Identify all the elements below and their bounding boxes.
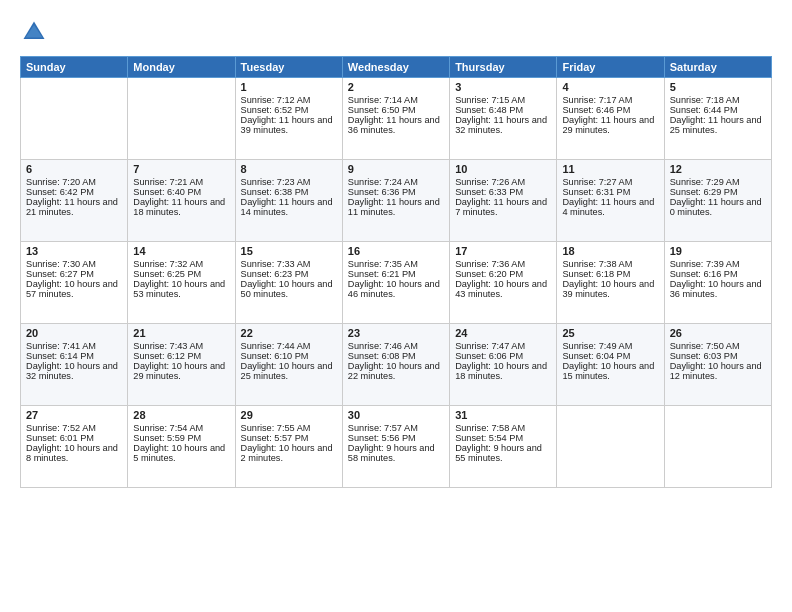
day-info: Daylight: 10 hours and 8 minutes.	[26, 443, 122, 463]
day-cell: 31Sunrise: 7:58 AMSunset: 5:54 PMDayligh…	[450, 406, 557, 488]
day-number: 4	[562, 81, 658, 93]
col-friday: Friday	[557, 57, 664, 78]
day-info: Daylight: 10 hours and 53 minutes.	[133, 279, 229, 299]
day-info: Sunset: 6:25 PM	[133, 269, 229, 279]
day-info: Sunrise: 7:18 AM	[670, 95, 766, 105]
day-cell: 1Sunrise: 7:12 AMSunset: 6:52 PMDaylight…	[235, 78, 342, 160]
day-cell	[128, 78, 235, 160]
day-info: Sunset: 6:52 PM	[241, 105, 337, 115]
day-info: Daylight: 10 hours and 46 minutes.	[348, 279, 444, 299]
day-info: Sunset: 6:04 PM	[562, 351, 658, 361]
col-saturday: Saturday	[664, 57, 771, 78]
day-info: Sunrise: 7:55 AM	[241, 423, 337, 433]
day-number: 14	[133, 245, 229, 257]
day-info: Daylight: 11 hours and 36 minutes.	[348, 115, 444, 135]
day-info: Sunset: 6:50 PM	[348, 105, 444, 115]
day-number: 30	[348, 409, 444, 421]
day-info: Daylight: 11 hours and 39 minutes.	[241, 115, 337, 135]
day-number: 28	[133, 409, 229, 421]
logo	[20, 18, 52, 46]
day-info: Sunset: 6:16 PM	[670, 269, 766, 279]
day-number: 26	[670, 327, 766, 339]
day-info: Sunset: 6:44 PM	[670, 105, 766, 115]
day-info: Daylight: 10 hours and 5 minutes.	[133, 443, 229, 463]
day-number: 20	[26, 327, 122, 339]
day-info: Sunset: 6:08 PM	[348, 351, 444, 361]
day-info: Sunrise: 7:26 AM	[455, 177, 551, 187]
day-cell: 3Sunrise: 7:15 AMSunset: 6:48 PMDaylight…	[450, 78, 557, 160]
day-info: Sunrise: 7:46 AM	[348, 341, 444, 351]
day-cell: 20Sunrise: 7:41 AMSunset: 6:14 PMDayligh…	[21, 324, 128, 406]
day-info: Sunrise: 7:58 AM	[455, 423, 551, 433]
day-info: Sunset: 6:36 PM	[348, 187, 444, 197]
day-cell: 12Sunrise: 7:29 AMSunset: 6:29 PMDayligh…	[664, 160, 771, 242]
day-info: Daylight: 10 hours and 29 minutes.	[133, 361, 229, 381]
day-number: 29	[241, 409, 337, 421]
day-number: 24	[455, 327, 551, 339]
day-number: 11	[562, 163, 658, 175]
day-info: Sunset: 6:03 PM	[670, 351, 766, 361]
day-number: 7	[133, 163, 229, 175]
day-number: 31	[455, 409, 551, 421]
day-info: Sunset: 6:06 PM	[455, 351, 551, 361]
day-info: Sunset: 6:12 PM	[133, 351, 229, 361]
week-row-4: 27Sunrise: 7:52 AMSunset: 6:01 PMDayligh…	[21, 406, 772, 488]
day-number: 8	[241, 163, 337, 175]
col-wednesday: Wednesday	[342, 57, 449, 78]
day-info: Sunset: 6:29 PM	[670, 187, 766, 197]
day-number: 27	[26, 409, 122, 421]
day-info: Sunset: 6:21 PM	[348, 269, 444, 279]
day-number: 13	[26, 245, 122, 257]
day-info: Daylight: 11 hours and 14 minutes.	[241, 197, 337, 217]
day-info: Daylight: 11 hours and 11 minutes.	[348, 197, 444, 217]
day-number: 22	[241, 327, 337, 339]
day-info: Sunrise: 7:12 AM	[241, 95, 337, 105]
day-info: Sunset: 6:46 PM	[562, 105, 658, 115]
day-cell: 2Sunrise: 7:14 AMSunset: 6:50 PMDaylight…	[342, 78, 449, 160]
day-cell: 17Sunrise: 7:36 AMSunset: 6:20 PMDayligh…	[450, 242, 557, 324]
day-info: Sunrise: 7:21 AM	[133, 177, 229, 187]
day-info: Sunrise: 7:14 AM	[348, 95, 444, 105]
day-info: Sunset: 6:18 PM	[562, 269, 658, 279]
day-info: Sunrise: 7:32 AM	[133, 259, 229, 269]
col-monday: Monday	[128, 57, 235, 78]
day-number: 2	[348, 81, 444, 93]
day-cell: 7Sunrise: 7:21 AMSunset: 6:40 PMDaylight…	[128, 160, 235, 242]
header	[20, 18, 772, 46]
day-info: Sunrise: 7:39 AM	[670, 259, 766, 269]
day-info: Daylight: 10 hours and 22 minutes.	[348, 361, 444, 381]
day-cell: 21Sunrise: 7:43 AMSunset: 6:12 PMDayligh…	[128, 324, 235, 406]
day-number: 21	[133, 327, 229, 339]
day-info: Daylight: 10 hours and 36 minutes.	[670, 279, 766, 299]
col-sunday: Sunday	[21, 57, 128, 78]
day-info: Sunset: 5:57 PM	[241, 433, 337, 443]
day-info: Daylight: 10 hours and 57 minutes.	[26, 279, 122, 299]
day-info: Daylight: 10 hours and 32 minutes.	[26, 361, 122, 381]
col-tuesday: Tuesday	[235, 57, 342, 78]
day-info: Sunset: 6:20 PM	[455, 269, 551, 279]
day-cell: 18Sunrise: 7:38 AMSunset: 6:18 PMDayligh…	[557, 242, 664, 324]
day-number: 6	[26, 163, 122, 175]
page: Sunday Monday Tuesday Wednesday Thursday…	[0, 0, 792, 612]
day-info: Daylight: 10 hours and 15 minutes.	[562, 361, 658, 381]
day-info: Sunrise: 7:17 AM	[562, 95, 658, 105]
day-info: Daylight: 10 hours and 39 minutes.	[562, 279, 658, 299]
day-info: Sunrise: 7:23 AM	[241, 177, 337, 187]
day-info: Daylight: 10 hours and 43 minutes.	[455, 279, 551, 299]
day-info: Sunrise: 7:29 AM	[670, 177, 766, 187]
day-info: Sunrise: 7:50 AM	[670, 341, 766, 351]
day-info: Sunset: 5:54 PM	[455, 433, 551, 443]
day-cell: 16Sunrise: 7:35 AMSunset: 6:21 PMDayligh…	[342, 242, 449, 324]
day-info: Daylight: 10 hours and 12 minutes.	[670, 361, 766, 381]
day-number: 17	[455, 245, 551, 257]
day-cell: 25Sunrise: 7:49 AMSunset: 6:04 PMDayligh…	[557, 324, 664, 406]
day-info: Sunset: 6:10 PM	[241, 351, 337, 361]
day-cell	[21, 78, 128, 160]
day-number: 12	[670, 163, 766, 175]
day-number: 1	[241, 81, 337, 93]
day-cell	[557, 406, 664, 488]
week-row-2: 13Sunrise: 7:30 AMSunset: 6:27 PMDayligh…	[21, 242, 772, 324]
day-cell: 4Sunrise: 7:17 AMSunset: 6:46 PMDaylight…	[557, 78, 664, 160]
day-info: Sunrise: 7:44 AM	[241, 341, 337, 351]
day-cell: 13Sunrise: 7:30 AMSunset: 6:27 PMDayligh…	[21, 242, 128, 324]
